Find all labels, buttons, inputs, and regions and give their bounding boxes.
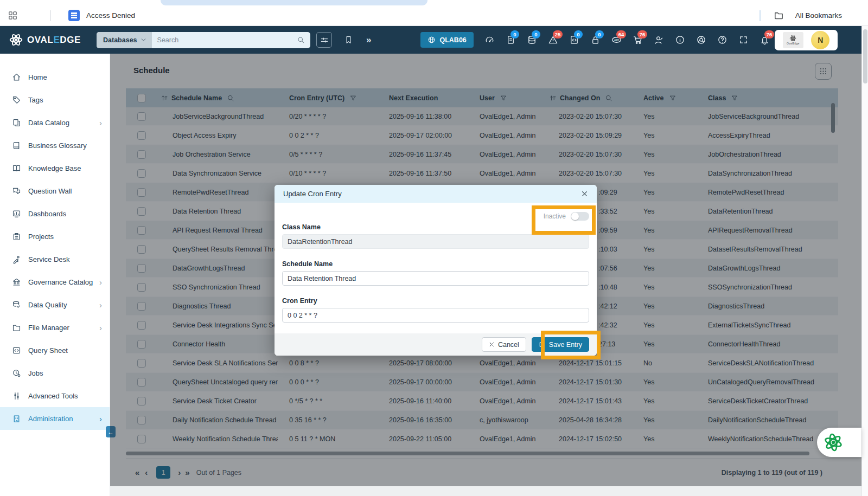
apps-grid-icon[interactable]	[8, 10, 18, 21]
draft-doc-icon[interactable]: 0	[506, 35, 516, 45]
count-badge: 64	[616, 30, 627, 38]
chevron-right-icon: ›	[99, 118, 102, 127]
search-icon[interactable]	[297, 36, 305, 44]
sidebar-item-label: Data Quality	[28, 301, 99, 309]
sidebar-item-label: Service Desk	[28, 255, 102, 263]
health-gauge-icon[interactable]	[484, 35, 495, 45]
bookmark-icon[interactable]	[344, 35, 353, 44]
all-bookmarks-label[interactable]: All Bookmarks	[795, 11, 842, 20]
chevron-right-icon: ›	[99, 323, 102, 332]
chevrons-right-icon[interactable]: »	[366, 35, 371, 46]
bookmark-tab-title[interactable]: Access Denied	[86, 11, 135, 20]
ovaledge-atom-icon	[9, 33, 23, 47]
bank-icon	[12, 278, 21, 287]
sliders-icon	[320, 36, 329, 44]
count-badge: 0	[532, 30, 540, 38]
avatar[interactable]: N	[811, 31, 829, 49]
sidebar-item-data-quality[interactable]: Data Quality›	[0, 293, 110, 316]
sidebar-item-label: Projects	[28, 233, 102, 241]
sidebar-item-file-manager[interactable]: File Manager›	[0, 316, 110, 339]
tab-favicon	[68, 10, 80, 21]
folder-icon	[774, 10, 784, 21]
quality-icon	[12, 300, 21, 310]
sidebar-item-label: Knowledge Base	[28, 164, 102, 172]
data-store-icon[interactable]: 0	[527, 35, 537, 45]
sidebar-item-advanced-tools[interactable]: Advanced Tools	[0, 384, 110, 407]
sidebar-item-label: Query Sheet	[28, 346, 102, 355]
browser-scrollbar-thumb[interactable]	[863, 29, 867, 83]
field-input-schedule-name[interactable]	[282, 271, 589, 286]
sidebar-item-label: Tags	[28, 96, 102, 104]
sidebar-item-knowledge-base[interactable]: Knowledge Base	[0, 157, 110, 179]
sidebar-item-governance-catalog[interactable]: Governance Catalog›	[0, 270, 110, 293]
admin-icon	[12, 414, 21, 423]
sidebar-item-label: Home	[28, 73, 102, 81]
sidebar-item-service-desk[interactable]: Service Desk	[0, 248, 110, 270]
cancel-button[interactable]: Cancel	[482, 337, 526, 352]
sidebar-item-administration[interactable]: Administration›	[0, 407, 110, 430]
search-input[interactable]	[152, 32, 297, 48]
environment-button[interactable]: QLAB06	[420, 32, 473, 48]
bell-icon[interactable]: 76	[760, 35, 770, 45]
sidebar-item-query-sheet[interactable]: Query Sheet	[0, 339, 110, 362]
sidebar-item-label: Question Wall	[28, 187, 102, 195]
search-scope-select[interactable]: Databases	[97, 32, 152, 48]
sidebar-item-business-glossary[interactable]: Business Glossary	[0, 134, 110, 157]
sidebar-item-label: Dashboards	[28, 210, 102, 218]
svg-text:API: API	[614, 38, 620, 42]
advanced-search-button[interactable]	[316, 32, 332, 48]
sidebar-item-dashboards[interactable]: Dashboards	[0, 202, 110, 225]
codebox-icon	[12, 346, 21, 355]
brand-logo[interactable]: OVALEDGE	[9, 33, 88, 47]
count-badge: 76	[764, 30, 775, 38]
ovaledge-atom-icon	[789, 35, 796, 42]
field-input-cron-entry[interactable]	[282, 308, 589, 323]
fullscreen-icon[interactable]	[738, 35, 749, 45]
sidebar-item-label: Data Catalog	[28, 119, 99, 127]
cart-icon[interactable]: 76	[633, 35, 643, 45]
chevron-right-icon: ›	[99, 300, 102, 310]
brand-name: OVALEDGE	[27, 35, 81, 46]
active-tab	[161, 0, 427, 5]
tag-icon	[12, 95, 21, 105]
query-doc-icon[interactable]: 0	[569, 35, 579, 45]
chevron-down-icon	[140, 36, 147, 43]
api-icon[interactable]: API64	[611, 35, 622, 45]
profile-icon[interactable]	[654, 35, 664, 45]
account-card[interactable]: OvalEdge N	[775, 30, 838, 50]
workspace-logo: OvalEdge	[783, 32, 803, 48]
count-badge: 0	[595, 30, 604, 38]
content-footer-strip	[110, 486, 861, 496]
browser-circle-icon[interactable]	[696, 35, 706, 45]
top-navbar: OVALEDGE Databases » QLAB06 002500API647…	[0, 26, 861, 54]
sidebar-item-tags[interactable]: Tags	[0, 88, 110, 111]
help-icon[interactable]	[717, 35, 727, 45]
sidebar-item-jobs[interactable]: Jobs	[0, 362, 110, 384]
globe-icon	[427, 36, 436, 44]
field-input-class-name[interactable]	[282, 234, 589, 249]
info-icon[interactable]	[675, 35, 685, 45]
clipboard-icon	[12, 232, 21, 241]
sidebar-item-label: Administration	[28, 415, 99, 423]
extension-badge[interactable]	[817, 428, 861, 457]
sidebar-item-question-wall[interactable]: Question Wall	[0, 179, 110, 202]
navbar-icon-row: 002500API647676	[484, 35, 770, 45]
alerts-icon[interactable]: 25	[548, 35, 558, 45]
sidebar-item-home[interactable]: Home	[0, 66, 110, 88]
browser-scrollbar[interactable]	[861, 26, 868, 496]
sidebar-item-label: Business Glossary	[28, 141, 102, 150]
divider	[760, 10, 761, 21]
field-label: Cron Entry	[282, 297, 589, 305]
count-badge: 25	[553, 30, 563, 38]
sidebar: HomeTagsData Catalog›Business GlossaryKn…	[0, 54, 110, 496]
lock-icon[interactable]: 0	[590, 35, 601, 45]
sidebar-item-label: Advanced Tools	[28, 392, 102, 400]
browser-tab-strip	[0, 0, 868, 5]
close-icon[interactable]	[581, 190, 588, 197]
sidebar-item-projects[interactable]: Projects	[0, 225, 110, 248]
sidebar-item-data-catalog[interactable]: Data Catalog›	[0, 111, 110, 134]
modal-title: Update Cron Entry	[283, 190, 342, 198]
field-label: Schedule Name	[282, 260, 589, 268]
bookmarks-bar: Access Denied All Bookmarks	[0, 5, 868, 26]
chevron-right-icon: ›	[99, 278, 102, 287]
